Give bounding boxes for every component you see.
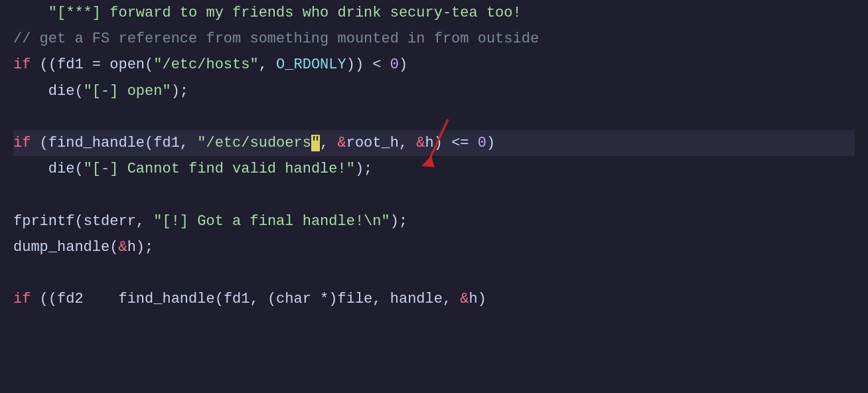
code-line-1: "[***] forward to my friends who drink s… [13,0,855,26]
code-line-12: if ((fd2 find_handle(fd1, (char *)file, … [13,286,855,312]
code-line-6: if (find_handle(fd1, "/etc/sudoers", &ro… [13,130,855,156]
code-editor: "[***] forward to my friends who drink s… [0,0,868,393]
code-line-10: dump_handle(&h); [13,234,855,260]
code-line-5 [13,104,855,130]
code-line-2: // get a FS reference from something mou… [13,26,855,52]
code-line-11 [13,260,855,286]
code-line-7: die("[-] Cannot find valid handle!"); [13,156,855,182]
code-line-3: if ((fd1 = open("/etc/hosts", O_RDONLY))… [13,52,855,78]
code-line-4: die("[-] open"); [13,78,855,104]
code-line-8 [13,182,855,208]
code-line-9: fprintf(stderr, "[!] Got a final handle!… [13,208,855,234]
